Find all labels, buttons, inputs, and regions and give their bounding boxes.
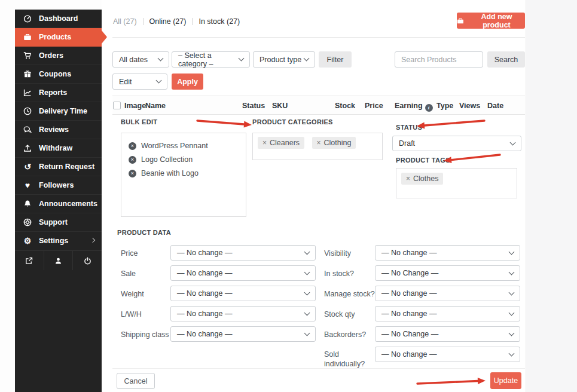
sidebar-item-reports[interactable]: Reports: [15, 84, 102, 102]
weight-select[interactable]: — No change —: [170, 286, 316, 301]
chevron-down-icon: [509, 350, 515, 356]
sale-select[interactable]: — No change —: [170, 265, 316, 281]
remove-tag-icon[interactable]: [317, 139, 321, 147]
sidebar-item-followers[interactable]: ♥ Followers: [15, 176, 102, 195]
reports-chart-icon: [23, 88, 32, 97]
field-label-weight: Weight: [121, 290, 144, 298]
bulk-action-select[interactable]: Edit: [112, 74, 167, 90]
cancel-button[interactable]: Cancel: [117, 373, 155, 389]
remove-tag-icon[interactable]: [406, 174, 410, 183]
column-header-sku[interactable]: SKU: [272, 102, 288, 110]
column-header-name[interactable]: Name: [145, 102, 166, 110]
sidebar-item-announcements[interactable]: Announcements: [15, 195, 102, 213]
sidebar-item-products[interactable]: Products: [15, 28, 102, 47]
vendor-dashboard-page: Dashboard Products Orders Coupons Report…: [0, 0, 577, 392]
chevron-down-icon: [304, 269, 310, 275]
chevron-down-icon: [304, 56, 310, 62]
manage-stock-select[interactable]: — No change —: [375, 286, 520, 301]
bulk-edit-product-item: Beanie with Logo: [129, 169, 239, 177]
price-select[interactable]: — No change —: [170, 245, 316, 261]
column-header-stock[interactable]: Stock: [335, 102, 355, 110]
lwh-select[interactable]: — No change —: [170, 306, 316, 321]
sidebar-item-label: Orders: [39, 51, 63, 60]
in-stock-select[interactable]: — No Change —: [375, 265, 520, 281]
sidebar-item-reviews[interactable]: Reviews: [15, 121, 102, 139]
remove-product-icon[interactable]: [129, 170, 136, 177]
column-header-views[interactable]: Views: [459, 102, 480, 110]
field-label-sale: Sale: [121, 270, 136, 278]
backorders-select[interactable]: — No Change —: [375, 326, 520, 342]
column-header-price[interactable]: Price: [365, 102, 383, 110]
tab-in-stock[interactable]: In stock (27): [199, 17, 240, 26]
date-filter-select[interactable]: All dates: [112, 51, 169, 68]
sidebar-item-orders[interactable]: Orders: [15, 47, 102, 65]
sidebar-item-label: Followers: [39, 181, 74, 189]
tab-online[interactable]: Online (27): [149, 17, 187, 26]
briefcase-icon: [457, 17, 464, 24]
search-button[interactable]: Search: [487, 51, 525, 68]
chevron-down-icon: [509, 289, 515, 295]
logout-button[interactable]: [73, 251, 102, 270]
sold-individually-select[interactable]: — No change —: [375, 347, 520, 362]
product-tags-box[interactable]: Clothes: [396, 168, 517, 198]
sidebar-item-support[interactable]: Support: [15, 213, 102, 232]
user-icon: [54, 256, 63, 265]
column-header-status[interactable]: Status: [242, 102, 265, 110]
sidebar-item-withdraw[interactable]: Withdraw: [15, 139, 102, 158]
visibility-select[interactable]: — No change —: [375, 245, 520, 261]
sidebar-item-label: Settings: [39, 237, 68, 245]
product-type-filter-select[interactable]: Product type: [253, 51, 315, 68]
products-icon: [23, 33, 32, 42]
sidebar-item-delivery-time[interactable]: Delivery Time: [15, 102, 102, 121]
product-status-tabs: All (27) Online (27) In stock (27): [113, 17, 240, 26]
status-title: Status: [396, 124, 422, 131]
announcements-bell-icon: [23, 200, 32, 209]
apply-button[interactable]: Apply: [172, 74, 203, 90]
product-categories-box[interactable]: Cleaners Clothing: [252, 133, 383, 160]
update-button[interactable]: Update: [490, 372, 521, 389]
column-header-image[interactable]: Image: [124, 102, 146, 110]
field-label-in-stock: In stock?: [324, 270, 354, 278]
chevron-down-icon: [509, 330, 515, 336]
earning-info-icon[interactable]: i: [425, 104, 433, 112]
footer-divider: [112, 368, 525, 369]
sidebar-item-coupons[interactable]: Coupons: [15, 65, 102, 84]
filter-button[interactable]: Filter: [319, 51, 352, 68]
external-link-icon: [25, 256, 34, 265]
status-select[interactable]: Draft: [392, 136, 521, 151]
shipping-class-select[interactable]: — No change —: [170, 326, 316, 342]
field-label-lwh: L/W/H: [121, 310, 142, 318]
chevron-down-icon: [304, 310, 310, 316]
remove-product-icon[interactable]: [129, 142, 136, 150]
chevron-down-icon: [509, 249, 515, 255]
select-all-checkbox[interactable]: [113, 102, 121, 109]
sidebar-item-label: Reviews: [39, 125, 69, 134]
stock-qty-select[interactable]: — No change —: [375, 306, 520, 321]
bulk-edit-product-list: WordPress Pennant Logo Collection Beanie…: [121, 133, 246, 217]
remove-product-icon[interactable]: [129, 156, 136, 164]
product-tag: Clothes: [401, 173, 443, 185]
bulk-edit-product-item: Logo Collection: [129, 155, 239, 164]
remove-tag-icon[interactable]: [262, 139, 267, 147]
visit-store-button[interactable]: [15, 251, 44, 270]
sidebar-item-settings[interactable]: ⚙ Settings: [15, 232, 102, 250]
sidebar-item-label: Delivery Time: [39, 107, 87, 115]
field-label-shipping-class: Shipping class: [121, 330, 169, 339]
sidebar-item-label: Withdraw: [39, 144, 72, 152]
search-products-input[interactable]: [395, 51, 483, 68]
chevron-down-icon: [304, 249, 310, 255]
add-new-product-button[interactable]: Add new product: [457, 13, 525, 29]
followers-heart-icon: ♥: [23, 181, 32, 190]
chevron-down-icon: [156, 78, 162, 84]
power-icon: [83, 256, 92, 265]
tab-all[interactable]: All (27): [113, 17, 137, 26]
sidebar-item-return-request[interactable]: ↺ Return Request: [15, 158, 102, 176]
orders-cart-icon: [23, 51, 32, 60]
category-filter-select[interactable]: – Select a category –: [172, 51, 250, 68]
column-header-earning[interactable]: Earningi: [395, 102, 433, 112]
column-header-type[interactable]: Type: [436, 102, 453, 110]
column-header-date[interactable]: Date: [487, 102, 503, 110]
sidebar-item-label: Announcements: [39, 200, 97, 208]
profile-button[interactable]: [44, 251, 74, 270]
sidebar-item-dashboard[interactable]: Dashboard: [15, 10, 102, 28]
